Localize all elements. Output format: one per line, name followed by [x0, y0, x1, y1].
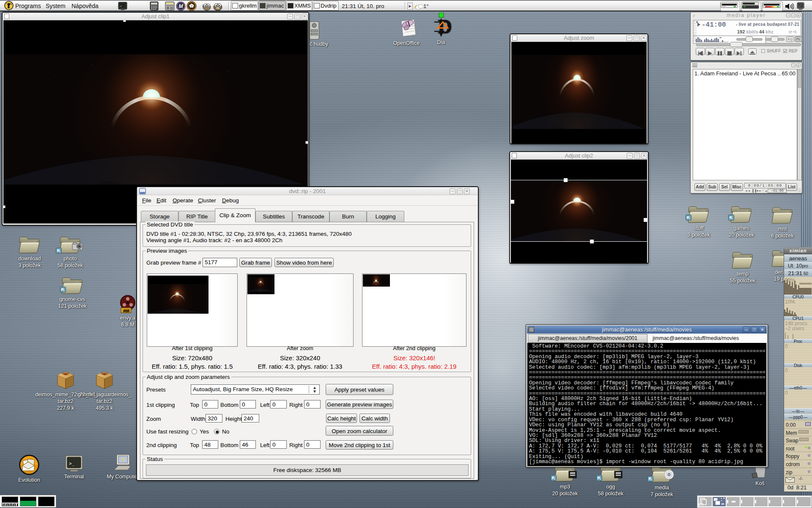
svg-text:M: M: [179, 3, 184, 9]
svg-text:AVI: AVI: [123, 309, 129, 313]
svg-text:>_: >_: [69, 461, 74, 466]
